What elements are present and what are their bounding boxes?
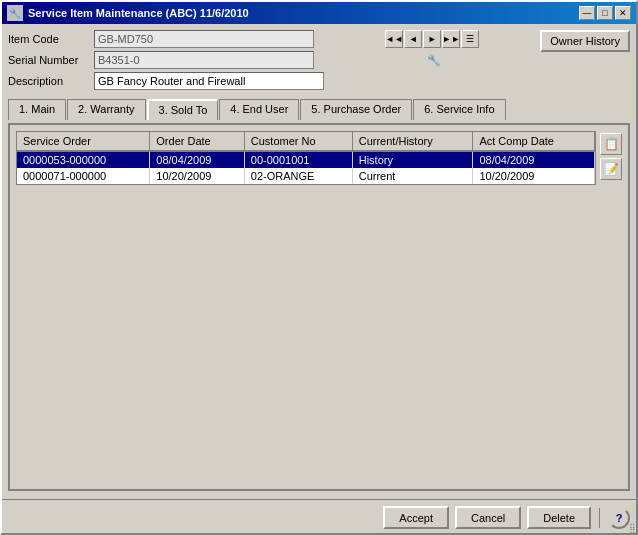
description-label: Description xyxy=(8,75,88,87)
top-bar: Item Code Serial Number Description ◄◄ ◄ xyxy=(8,30,630,90)
tab-end-user[interactable]: 4. End User xyxy=(219,99,299,120)
item-code-input[interactable] xyxy=(94,30,314,48)
cell-service-order: 0000071-000000 xyxy=(17,168,150,184)
minimize-button[interactable]: — xyxy=(579,6,595,20)
table-container: Service Order Order Date Customer No Cur… xyxy=(16,131,596,185)
description-input[interactable] xyxy=(94,72,324,90)
tab-service-info[interactable]: 6. Service Info xyxy=(413,99,505,120)
col-order-date: Order Date xyxy=(150,132,244,151)
cancel-button[interactable]: Cancel xyxy=(455,506,521,529)
cell-current-history: History xyxy=(352,151,473,168)
cell-customer-no: 02-ORANGE xyxy=(244,168,352,184)
nav-first-button[interactable]: ◄◄ xyxy=(385,30,403,48)
cell-customer-no: 00-0001001 xyxy=(244,151,352,168)
cell-order-date: 08/04/2009 xyxy=(150,151,244,168)
tab-purchase-order[interactable]: 5. Purchase Order xyxy=(300,99,412,120)
tab-sold-to[interactable]: 3. Sold To xyxy=(147,99,219,120)
item-code-label: Item Code xyxy=(8,33,88,45)
col-act-comp-date: Act Comp Date xyxy=(473,132,595,151)
col-customer-no: Customer No xyxy=(244,132,352,151)
nav-options-button[interactable]: ☰ xyxy=(461,30,479,48)
bottom-bar: Accept Cancel Delete ? xyxy=(2,499,636,533)
table-with-buttons: Service Order Order Date Customer No Cur… xyxy=(16,131,622,185)
delete-button[interactable]: Delete xyxy=(527,506,591,529)
window-icon: 🔧 xyxy=(7,5,23,21)
col-current-history: Current/History xyxy=(352,132,473,151)
nav-prev-button[interactable]: ◄ xyxy=(404,30,422,48)
table-row[interactable]: 0000053-000000 08/04/2009 00-0001001 His… xyxy=(17,151,595,168)
table-row[interactable]: 0000071-000000 10/20/2009 02-ORANGE Curr… xyxy=(17,168,595,184)
serial-number-row: Serial Number xyxy=(8,51,324,69)
data-table: Service Order Order Date Customer No Cur… xyxy=(17,132,595,184)
cell-act-comp-date: 08/04/2009 xyxy=(473,151,595,168)
tab-warranty[interactable]: 2. Warranty xyxy=(67,99,145,120)
content-area: Item Code Serial Number Description ◄◄ ◄ xyxy=(2,24,636,497)
table-side-buttons: 📋 📝 xyxy=(600,131,622,185)
nav-next-button[interactable]: ► xyxy=(423,30,441,48)
nav-section: ◄◄ ◄ ► ►► ☰ 🔧 xyxy=(385,30,479,67)
owner-history-section: Owner History xyxy=(540,30,630,52)
window-title: Service Item Maintenance (ABC) 11/6/2010 xyxy=(28,7,249,19)
close-button[interactable]: ✕ xyxy=(615,6,631,20)
edit-record-button[interactable]: 📝 xyxy=(600,158,622,180)
add-record-button[interactable]: 📋 xyxy=(600,133,622,155)
help-button[interactable]: ? xyxy=(608,507,630,529)
wrench-icon: 🔧 xyxy=(427,54,441,67)
title-bar: 🔧 Service Item Maintenance (ABC) 11/6/20… xyxy=(2,2,636,24)
fields-section: Item Code Serial Number Description xyxy=(8,30,324,90)
col-service-order: Service Order xyxy=(17,132,150,151)
cell-act-comp-date: 10/20/2009 xyxy=(473,168,595,184)
tab-main[interactable]: 1. Main xyxy=(8,99,66,120)
resize-grip: ⣿ xyxy=(629,523,636,533)
item-code-row: Item Code xyxy=(8,30,324,48)
nav-last-button[interactable]: ►► xyxy=(442,30,460,48)
serial-number-label: Serial Number xyxy=(8,54,88,66)
cell-current-history: Current xyxy=(352,168,473,184)
cell-service-order: 0000053-000000 xyxy=(17,151,150,168)
serial-number-input[interactable] xyxy=(94,51,314,69)
title-buttons: — □ ✕ xyxy=(579,6,631,20)
tabs: 1. Main 2. Warranty 3. Sold To 4. End Us… xyxy=(8,98,630,119)
maximize-button[interactable]: □ xyxy=(597,6,613,20)
table-header-row: Service Order Order Date Customer No Cur… xyxy=(17,132,595,151)
owner-history-button[interactable]: Owner History xyxy=(540,30,630,52)
accept-button[interactable]: Accept xyxy=(383,506,449,529)
cell-order-date: 10/20/2009 xyxy=(150,168,244,184)
nav-buttons: ◄◄ ◄ ► ►► ☰ xyxy=(385,30,479,48)
main-window: 🔧 Service Item Maintenance (ABC) 11/6/20… xyxy=(0,0,638,535)
description-row: Description xyxy=(8,72,324,90)
tab-content: Service Order Order Date Customer No Cur… xyxy=(8,123,630,491)
